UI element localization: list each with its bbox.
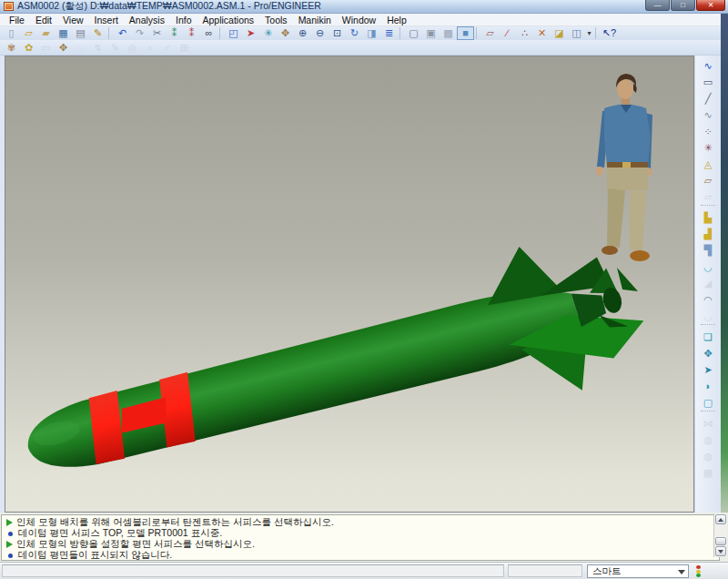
saved-views-icon[interactable]: ◨ [363,26,380,40]
menu-edit[interactable]: Edit [30,14,57,26]
scrollbar-thumb[interactable] [715,537,726,545]
sweep-tool-icon[interactable]: ▜ [698,242,718,259]
pan-hand-icon[interactable]: ✥ [277,26,294,40]
menu-manikin[interactable]: Manikin [293,14,337,26]
view-list-arrow-icon[interactable]: ▾ [585,26,593,40]
manikin-load-icon[interactable]: ♁ [141,41,158,55]
manikin-reach-icon[interactable]: ◌ [72,41,89,55]
shell-tool-icon[interactable]: ◢ [698,275,718,291]
wireframe-icon[interactable]: ▢ [405,26,422,40]
triangle-up-icon [718,518,723,522]
3d-viewport[interactable] [5,56,694,513]
zoom-in-icon[interactable]: ⊕ [294,26,311,40]
point-tool-icon[interactable]: ⁘ [698,123,718,139]
traffic-red-dot [696,565,701,569]
undo-icon[interactable]: ↶ [114,26,131,40]
menu-help[interactable]: Help [381,14,412,26]
regenerate-custom-icon[interactable]: ⁑ [183,26,200,40]
move-tool-icon[interactable]: ✥ [698,345,718,361]
menu-insert[interactable]: Insert [89,14,124,26]
spin-center-icon[interactable]: ✳ [259,26,277,40]
regenerate-icon[interactable]: ⁑ [166,26,183,40]
menu-tools[interactable]: Tools [259,14,293,26]
print-icon[interactable]: ▤ [72,26,89,40]
hidden-line-icon[interactable]: ▣ [422,26,440,40]
open-file-icon[interactable]: ▱ [20,26,37,40]
scroll-down-button[interactable] [715,546,726,556]
csys-toggle-icon[interactable]: ✕ [533,26,551,40]
shaded-icon[interactable]: ■ [457,26,474,40]
manikin-edit-icon[interactable]: ✎ [106,41,124,55]
window-controls: —□✕ [645,0,725,11]
style-tool-icon[interactable]: ∿ [698,57,718,74]
regen-status-icon[interactable] [694,564,703,578]
rectangle-tool-icon[interactable]: ▭ [698,74,718,90]
menu-analysis[interactable]: Analysis [124,14,170,26]
view-list-icon[interactable]: ◫ [568,26,585,40]
pattern-tool-icon[interactable]: ▦ [698,464,718,481]
manikin-hand-icon[interactable]: ✥ [55,41,72,55]
close-button[interactable]: ✕ [696,0,725,11]
extrude-tool-icon[interactable]: ▙ [698,209,718,226]
context-help-icon[interactable]: ↖? [601,26,618,40]
prompt-arrow-icon [6,541,13,548]
line-tool-icon[interactable]: ╱ [698,90,718,107]
revolve-tool-icon[interactable]: ▟ [698,226,718,242]
axis-tool-icon[interactable]: ✳ [698,139,718,156]
traffic-green-dot [696,574,701,577]
swirl-tool-icon[interactable]: ◗ [698,378,718,394]
select-arrow-tool-icon[interactable]: ➤ [698,361,718,378]
background-strip [721,14,728,513]
menu-info[interactable]: Info [170,14,197,26]
datum-plane-tool-icon[interactable]: ▱ [698,172,718,188]
scroll-up-button[interactable] [715,514,726,524]
zoom-fit-icon[interactable]: ⊡ [329,26,346,40]
edit-pencil-icon[interactable]: ✎ [89,26,106,40]
manikin-analysis-icon[interactable]: ◎ [124,41,141,55]
minimize-button[interactable]: — [645,0,670,11]
layers-icon[interactable]: ≣ [380,26,398,40]
manikin-model[interactable] [596,74,652,291]
manikin-envelope-icon[interactable]: ▭ [37,41,55,55]
save-icon[interactable]: ▦ [55,26,72,40]
blend-tool-icon[interactable]: ◡ [698,259,718,275]
cut-scissors-icon[interactable]: ✂ [148,26,166,40]
project-tool-icon[interactable]: ◍ [698,432,718,448]
status-message-field [2,564,504,577]
manikin-posture-icon[interactable]: ✿ [20,41,37,55]
manikin-place-icon[interactable]: ✾ [3,41,20,55]
select-chain-icon[interactable]: ➤ [242,26,259,40]
select-window-icon[interactable]: ◰ [225,26,242,40]
new-file-icon[interactable]: ▯ [3,26,20,40]
manikin-vision-icon[interactable]: ↯ [89,41,106,55]
mirror-tool-icon[interactable]: ⋈ [698,415,718,432]
fillet-tool-icon[interactable]: ◡ [698,308,718,324]
message-scrollbar[interactable] [713,513,727,557]
manikin-report-icon[interactable]: ⊞ [176,41,193,55]
annotation-toggle-icon[interactable]: ◪ [551,26,568,40]
menu-window[interactable]: Window [337,14,381,26]
maximize-button[interactable]: □ [671,0,695,11]
datum-plane-toggle-icon[interactable]: ▱ [481,26,499,40]
no-hidden-icon[interactable]: ▩ [440,26,457,40]
find-binoculars-icon[interactable]: ∞ [200,26,217,40]
torpedo-model[interactable] [10,222,657,512]
wrap-tool-icon[interactable]: ◍ [698,448,718,464]
copy-geometry-tool-icon[interactable]: ❏ [698,329,718,345]
spline-tool-icon[interactable]: ∿ [698,107,718,123]
manikin-path-icon[interactable]: ♂ [158,41,176,55]
round-rect-tool-icon[interactable]: ▢ [698,394,718,411]
reorient-view-icon[interactable]: ↻ [346,26,363,40]
arc-tool-icon[interactable]: ◠ [698,291,718,308]
menu-view[interactable]: View [57,14,89,26]
selection-filter-dropdown[interactable]: 스마트 [587,564,689,578]
open-in-session-icon[interactable]: ▰ [37,26,55,40]
datum-axis-toggle-icon[interactable]: ∕ [499,26,516,40]
note-tool-icon[interactable]: ◬ [698,156,718,172]
redo-icon[interactable]: ↷ [131,26,148,40]
zoom-out-icon[interactable]: ⊖ [311,26,329,40]
datum-point-toggle-icon[interactable]: ∴ [516,26,533,40]
menu-file[interactable]: File [4,14,30,26]
datum-plane-tool-2-icon[interactable]: ▱ [698,188,718,205]
menu-applications[interactable]: Applications [197,14,259,26]
